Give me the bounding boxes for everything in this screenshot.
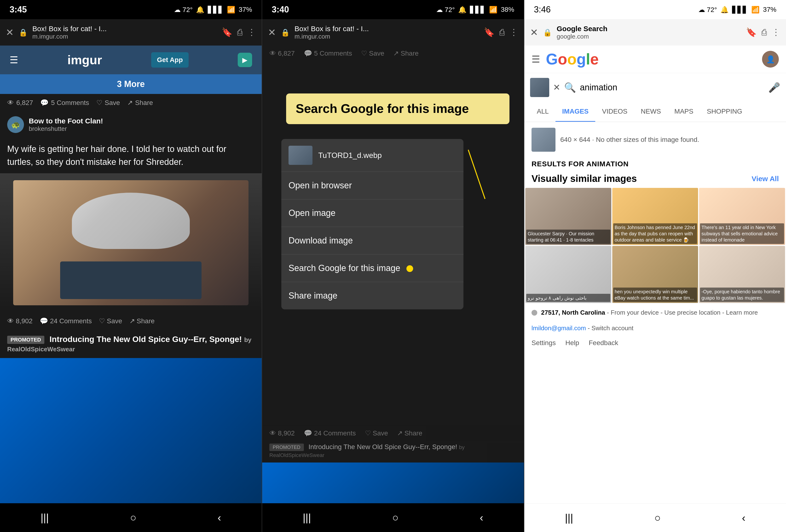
more-icon-2[interactable]: ⋮ [509,27,518,38]
context-menu-open-image[interactable]: Open image [281,200,463,227]
hamburger-icon[interactable]: ☰ [9,54,18,65]
bg-post2-title: PROMOTED Introducing The New Old Spice G… [262,443,524,463]
background-page-2: 👁 6,827 💬 5 Comments ♡ Save ↗ Share Sear… [262,46,524,503]
location-dot [532,310,537,316]
home-btn-1[interactable]: ○ [130,512,137,524]
home-btn-3[interactable]: ○ [654,512,661,524]
tab-all[interactable]: ALL [530,102,555,122]
notification-icon-1: 🔔 [196,6,204,14]
author-handle: brokenshutter [29,125,103,133]
url-bar-3[interactable]: Google Search google.com [557,25,741,40]
close-tab-btn-2[interactable]: ✕ [268,27,276,38]
yellow-dot-indicator [407,265,413,272]
post-text: My wife is getting her hair done. I told… [0,138,262,173]
footer-settings[interactable]: Settings [532,339,556,347]
context-menu-share-image[interactable]: Share image [281,282,463,309]
close-tab-btn-3[interactable]: ✕ [530,27,538,38]
mic-icon-google[interactable]: 🎤 [768,82,780,93]
bottom-nav-3: ||| ○ ‹ [524,503,786,532]
url-bar-1[interactable]: Box! Box is for cat! - I... m.imgur.com [32,25,217,40]
status-icons-1: ☁ 72° 🔔 ▋▋▋ 📶 37% [174,6,252,14]
similar-image-4[interactable]: باحثی نوش راهی ۸ تروجو نرو [525,246,611,303]
bg-post-stats: 👁 6,827 💬 5 Comments ♡ Save ↗ Share [262,46,524,61]
bookmark-icon-2[interactable]: 🔖 [484,27,494,38]
phone-panel-1: 3:45 ☁ 72° 🔔 ▋▋▋ 📶 37% ✕ 🔒 Box! Box is f… [0,0,262,532]
footer-help[interactable]: Help [565,339,579,347]
view-all-button[interactable]: View All [752,175,779,183]
search-input-google[interactable]: animation [580,83,764,93]
image-info-bar: 640 × 644 · No other sizes of this image… [524,122,786,158]
context-menu-download-image[interactable]: Download image [281,227,463,254]
post1-comments[interactable]: 💬 5 Comments [40,99,89,107]
footer-feedback[interactable]: Feedback [589,339,618,347]
post1-save[interactable]: ♡ Save [96,99,120,107]
sim-img-overlay-3: There's an 11 year old in New York subwa… [700,223,784,244]
notification-icon-3: 🔔 [720,6,729,14]
lock-icon-2: 🔒 [281,28,290,37]
app-icon[interactable]: ▶ [238,53,252,67]
post2-share[interactable]: ↗ Share [130,317,155,325]
similar-images-grid: Gloucester Sarpy · Our mission starting … [524,188,786,303]
notification-icon-2: 🔔 [458,6,467,14]
weather-icon-3: ☁ 72° [698,6,717,14]
similar-image-1[interactable]: Gloucester Sarpy · Our mission starting … [525,188,611,245]
recents-btn-3[interactable]: ||| [565,512,573,524]
hamburger-google[interactable]: ☰ [532,54,540,65]
recents-btn-2[interactable]: ||| [303,512,311,524]
bottom-nav-1: ||| ○ ‹ [0,503,262,532]
bookmark-icon-3[interactable]: 🔖 [746,27,757,38]
sim-img-overlay-4: باحثی نوش راهی ۸ تروجو نرو [526,294,610,302]
share-icon-2[interactable]: ⎙ [500,27,505,38]
get-app-button[interactable]: Get App [151,52,189,68]
post-image [0,173,262,312]
post-image-content [0,173,262,312]
back-btn-2[interactable]: ‹ [480,512,483,524]
image-info-text: 640 × 644 · No other sizes of this image… [560,135,699,144]
share-icon-1[interactable]: ⎙ [237,27,242,38]
similar-image-3[interactable]: There's an 11 year old in New York subwa… [699,188,785,245]
post2-save[interactable]: ♡ Save [99,317,122,325]
imgur-header: ☰ imgur Get App ▶ [0,46,262,74]
context-menu-open-browser[interactable]: Open in browser [281,172,463,200]
similar-image-6[interactable]: -Oye, porque habiendo tanto hombre guapo… [699,246,785,303]
url-bar-2[interactable]: Box! Box is for cat! - I... m.imgur.com [295,25,479,40]
tab-shopping[interactable]: SHOPPING [700,102,749,122]
browser-chrome-3: ✕ 🔒 Google Search google.com 🔖 ⎙ ⋮ [524,19,786,46]
user-avatar[interactable]: 👤 [762,51,779,68]
wifi-icon-2: 📶 [489,6,498,14]
close-tab-btn-1[interactable]: ✕ [6,27,14,38]
recents-btn-1[interactable]: ||| [41,512,49,524]
author-info: Bow to the Foot Clan! brokenshutter [29,117,103,133]
url-title-1: Box! Box is for cat! - I... [32,25,217,33]
tab-videos[interactable]: VIDEOS [595,102,634,122]
post2-comments[interactable]: 💬 24 Comments [40,317,92,325]
post-author: 🐢 Bow to the Foot Clan! brokenshutter [0,111,262,138]
share-icon-3[interactable]: ⎙ [762,27,767,38]
more-banner[interactable]: 3 More [0,74,262,94]
bookmark-icon-1[interactable]: 🔖 [222,27,232,38]
browser-chrome-2: ✕ 🔒 Box! Box is for cat! - I... m.imgur.… [262,19,524,46]
bg-promoted-badge: PROMOTED [269,444,304,451]
signal-icon-2: ▋▋▋ [470,6,486,14]
clear-search-btn[interactable]: ✕ [553,83,560,93]
post1-views: 👁 6,827 [7,99,33,107]
similar-image-2[interactable]: Boris Johnson has penned June 22nd as th… [612,188,698,245]
sim-img-overlay-1: Gloucester Sarpy · Our mission starting … [526,230,610,244]
search-bar-area: ✕ 🔍 animation 🎤 [524,73,786,102]
battery-3: 37% [763,6,777,14]
browser-chrome-1: ✕ 🔒 Box! Box is for cat! - I... m.imgur.… [0,19,262,46]
similar-image-5[interactable]: hen you unexpectedly win multiple eBay w… [612,246,698,303]
more-icon-1[interactable]: ⋮ [247,27,256,38]
home-btn-2[interactable]: ○ [392,512,399,524]
back-btn-3[interactable]: ‹ [742,512,745,524]
tab-images[interactable]: IMAGES [555,102,595,122]
context-menu-search-google[interactable]: Search Google for this image [281,254,463,282]
post1-share[interactable]: ↗ Share [127,99,153,107]
status-time-1: 3:45 [9,4,27,15]
tab-news[interactable]: NEWS [634,102,668,122]
tab-maps[interactable]: MAPS [668,102,700,122]
more-icon-3[interactable]: ⋮ [771,27,780,38]
url-title-2: Box! Box is for cat! - I... [295,25,479,33]
back-btn-1[interactable]: ‹ [217,512,221,524]
google-header: ☰ Google 👤 [524,46,786,73]
